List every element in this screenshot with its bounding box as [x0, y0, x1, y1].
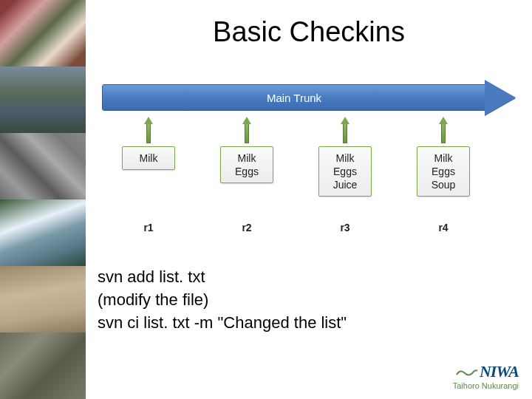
revision-box-r1: Milk	[122, 146, 175, 170]
sidebar-photo	[0, 133, 86, 200]
arrow-up-icon	[242, 117, 251, 124]
arrow-up-icon	[439, 117, 448, 124]
sidebar-image-strip	[0, 0, 86, 399]
command-line: svn ci list. txt -m "Changed the list"	[98, 312, 347, 335]
file-line: Eggs	[224, 165, 270, 178]
file-line: Eggs	[322, 165, 368, 178]
file-line: Eggs	[420, 165, 466, 178]
file-line: Milk	[224, 151, 270, 165]
arrow-right-icon	[485, 80, 516, 115]
slide-content: Basic Checkins Main Trunk Milk Milk Eggs…	[86, 0, 532, 399]
sidebar-photo	[0, 200, 86, 266]
arrow-up-stem	[245, 124, 249, 143]
niwa-logo: NIWA Taihoro Nukurangi	[453, 362, 519, 390]
file-line: Milk	[420, 151, 466, 165]
arrow-up-icon	[341, 117, 349, 124]
slide-title: Basic Checkins	[86, 16, 532, 48]
main-trunk-label: Main Trunk	[102, 84, 486, 111]
wave-icon	[456, 363, 478, 373]
revision-box-r2: Milk Eggs	[220, 146, 273, 183]
revision-label: r2	[220, 222, 273, 233]
file-line: Soup	[420, 178, 466, 191]
revision-label: r3	[318, 222, 372, 233]
sidebar-photo	[0, 266, 86, 332]
logo-tagline: Taihoro Nukurangi	[453, 381, 519, 390]
revision-label: r4	[417, 222, 470, 233]
command-block: svn add list. txt (modify the file) svn …	[98, 266, 347, 334]
arrow-up-stem	[441, 124, 446, 143]
logo-text: NIWA	[480, 362, 519, 381]
logo-name: NIWA	[453, 362, 519, 381]
sidebar-photo	[0, 0, 86, 66]
command-line: (modify the file)	[98, 289, 347, 312]
arrow-up-icon	[144, 117, 153, 124]
file-line: Milk	[126, 151, 171, 165]
sidebar-photo	[0, 332, 86, 399]
arrow-up-stem	[146, 124, 151, 143]
file-line: Juice	[322, 178, 368, 191]
sidebar-photo	[0, 66, 86, 133]
command-line: svn add list. txt	[98, 266, 347, 289]
revision-box-r4: Milk Eggs Soup	[417, 146, 470, 197]
arrow-up-stem	[343, 124, 347, 143]
main-trunk-arrow: Main Trunk	[102, 80, 516, 115]
revision-box-r3: Milk Eggs Juice	[318, 146, 372, 197]
file-line: Milk	[322, 151, 368, 165]
revision-label: r1	[122, 222, 175, 233]
